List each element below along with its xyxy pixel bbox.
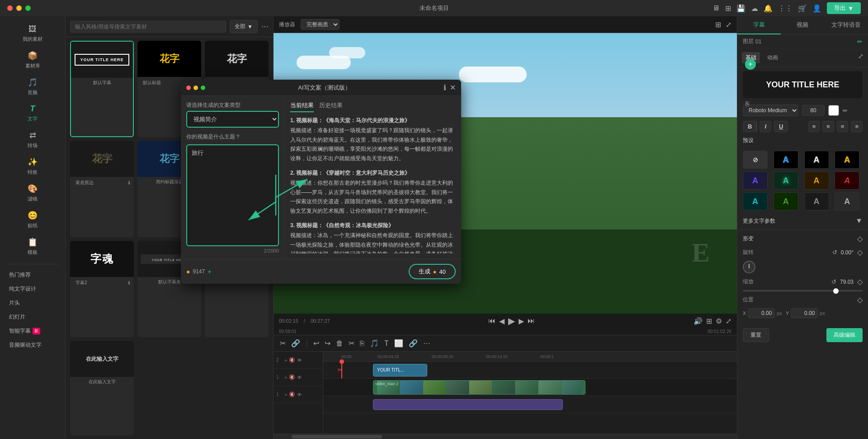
timeline-clip[interactable]: YOUR TITL... bbox=[373, 364, 427, 377]
copy-button[interactable]: ⎘ bbox=[359, 339, 365, 348]
nav-text[interactable]: T 文字 bbox=[3, 100, 62, 126]
preset-item[interactable]: A bbox=[743, 172, 768, 190]
crop-button[interactable]: ⬜ bbox=[393, 338, 404, 348]
preset-item[interactable]: A bbox=[804, 151, 829, 169]
track-visibility-button[interactable]: 👁 bbox=[297, 358, 302, 363]
grid-view-button[interactable]: ⊞ bbox=[715, 20, 721, 29]
preset-item[interactable]: A bbox=[804, 172, 829, 190]
magnet-button[interactable]: 🔗 bbox=[290, 338, 301, 348]
nav-assets[interactable]: 🖼 我的素材 bbox=[3, 21, 62, 46]
track-mute-button[interactable]: 🔇 bbox=[289, 391, 295, 397]
font-size-input[interactable] bbox=[802, 105, 825, 116]
layout-icon[interactable]: ⊞ bbox=[725, 4, 731, 13]
section-plain[interactable]: 纯文字设计 bbox=[2, 282, 63, 296]
layout-button[interactable]: ⊞ bbox=[706, 317, 712, 325]
timeline-scroll[interactable] bbox=[274, 434, 737, 439]
avatar[interactable]: 👤 bbox=[812, 4, 821, 13]
tab-video[interactable]: 视频 bbox=[781, 16, 824, 34]
split-button[interactable]: ✂ bbox=[279, 338, 287, 348]
ai-dialog[interactable]: AI写文案（测试版） ℹ ✕ 请选择生成的文案类型 视频简介 你的视频是什么主题… bbox=[181, 80, 461, 284]
cut-button[interactable]: ✂ bbox=[348, 338, 355, 348]
preset-item[interactable]: ⊘ bbox=[743, 151, 768, 169]
fullscreen-button[interactable]: ⤢ bbox=[726, 20, 731, 29]
nav-template[interactable]: 📋 模板 bbox=[3, 234, 62, 259]
topic-textarea[interactable]: 旅行 bbox=[186, 144, 279, 246]
section-title[interactable]: 片头 bbox=[2, 296, 63, 310]
subtab-animation[interactable]: 动画 bbox=[764, 52, 782, 63]
text-tool-button[interactable]: T bbox=[383, 339, 390, 348]
italic-button[interactable]: I bbox=[760, 121, 771, 132]
timeline-clip[interactable] bbox=[373, 399, 563, 410]
align-left-button[interactable]: ≡ bbox=[808, 121, 820, 132]
timeline-clip[interactable]: video_niao 2 bbox=[373, 380, 585, 395]
track-add-button[interactable]: + bbox=[284, 392, 287, 397]
cloud-icon[interactable]: ☁ bbox=[751, 4, 758, 13]
list-item[interactable]: VIP 在此输入文字 在此输入文字 bbox=[70, 341, 134, 435]
maximize-dot[interactable] bbox=[25, 5, 31, 11]
preset-item[interactable]: A bbox=[743, 192, 768, 210]
eyedropper-button[interactable]: ✏ bbox=[843, 107, 848, 114]
track-add-button[interactable]: + bbox=[284, 375, 287, 380]
link-button[interactable]: 🔗 bbox=[408, 338, 419, 348]
preset-item[interactable]: A bbox=[774, 151, 798, 169]
preset-item[interactable]: A bbox=[835, 172, 859, 190]
bell-icon[interactable]: 🔔 bbox=[764, 4, 773, 13]
add-button[interactable]: + bbox=[745, 59, 756, 70]
pos-x-input[interactable] bbox=[748, 308, 775, 318]
settings-button[interactable]: ⚙ bbox=[716, 317, 722, 325]
dialog-close-button[interactable]: ✕ bbox=[450, 83, 456, 92]
search-input[interactable] bbox=[70, 21, 226, 33]
edit-icon[interactable]: ✏ bbox=[857, 38, 863, 45]
track-mute-button[interactable]: 🔇 bbox=[289, 374, 295, 380]
frame-forward-button[interactable]: ▶ bbox=[519, 315, 524, 326]
nav-audio[interactable]: 🎵 音频 bbox=[3, 74, 62, 100]
scale-reset-button[interactable]: ↺ bbox=[831, 278, 836, 285]
more-options-button[interactable]: ⋯ bbox=[261, 22, 269, 31]
cart-icon[interactable]: 🛒 bbox=[798, 4, 807, 13]
dialog-min-dot[interactable] bbox=[193, 86, 198, 90]
section-hot[interactable]: 热门推荐 bbox=[2, 268, 63, 282]
list-item[interactable]: YOUR TITLE HERE 默认字幕 bbox=[70, 41, 134, 137]
dialog-max-dot[interactable] bbox=[201, 86, 205, 90]
rotation-reset-button[interactable]: ↺ bbox=[832, 249, 837, 256]
volume-button[interactable]: 🔊 bbox=[693, 317, 703, 325]
expand-button[interactable]: ⤢ bbox=[726, 317, 731, 325]
preset-item[interactable]: A bbox=[774, 172, 798, 190]
export-button[interactable]: 导出 ▼ bbox=[827, 2, 861, 14]
grid-icon[interactable]: ⋮⋮ bbox=[778, 4, 793, 13]
filter-button[interactable]: 全部 ▼ bbox=[230, 20, 258, 33]
tab-tts[interactable]: 文字转语音 bbox=[825, 16, 868, 34]
advanced-edit-button[interactable]: 高级编辑 bbox=[826, 328, 863, 342]
redo-button[interactable]: ↪ bbox=[324, 338, 331, 348]
preset-item[interactable]: A bbox=[774, 192, 798, 210]
align-justify-button[interactable]: ≡ bbox=[851, 121, 863, 132]
monitor-icon[interactable]: 🖥 bbox=[712, 4, 720, 12]
expand-right-button[interactable]: ⤢ bbox=[858, 52, 863, 60]
preset-item[interactable]: A bbox=[835, 151, 859, 169]
track-next-button[interactable]: ⏭ bbox=[528, 315, 535, 326]
undo-button[interactable]: ↩ bbox=[312, 338, 320, 348]
bold-button[interactable]: B bbox=[743, 121, 757, 132]
tab-subtitles[interactable]: 字幕 bbox=[737, 16, 781, 34]
generate-button[interactable]: 生成 ● 40 bbox=[409, 264, 456, 279]
track-prev-button[interactable]: ⏮ bbox=[488, 315, 495, 326]
dialog-close-dot[interactable] bbox=[186, 86, 191, 90]
nav-transition[interactable]: ⇄ 转场 bbox=[3, 127, 62, 153]
nav-filter[interactable]: 🎨 滤镜 bbox=[3, 180, 62, 206]
pos-y-input[interactable] bbox=[791, 308, 818, 318]
track-visibility-button[interactable]: 👁 bbox=[297, 375, 302, 380]
reset-button[interactable]: 重置 bbox=[743, 328, 769, 342]
close-dot[interactable] bbox=[7, 5, 13, 11]
tab-history-result[interactable]: 历史结果 bbox=[319, 101, 343, 112]
tab-current-result[interactable]: 当前结果 bbox=[290, 101, 314, 112]
minimize-dot[interactable] bbox=[16, 5, 22, 11]
audio-button[interactable]: 🎵 bbox=[369, 338, 380, 348]
info-icon[interactable]: ℹ bbox=[443, 83, 446, 92]
preset-item[interactable]: A bbox=[804, 192, 829, 210]
quality-select[interactable]: 完整画质 bbox=[301, 19, 340, 30]
delete-button[interactable]: 🗑 bbox=[335, 339, 344, 348]
nav-effects[interactable]: ✨ 特效 bbox=[3, 153, 62, 179]
scale-slider[interactable] bbox=[743, 290, 863, 291]
save-icon[interactable]: 💾 bbox=[736, 4, 745, 13]
track-visibility-button[interactable]: 👁 bbox=[297, 392, 302, 397]
